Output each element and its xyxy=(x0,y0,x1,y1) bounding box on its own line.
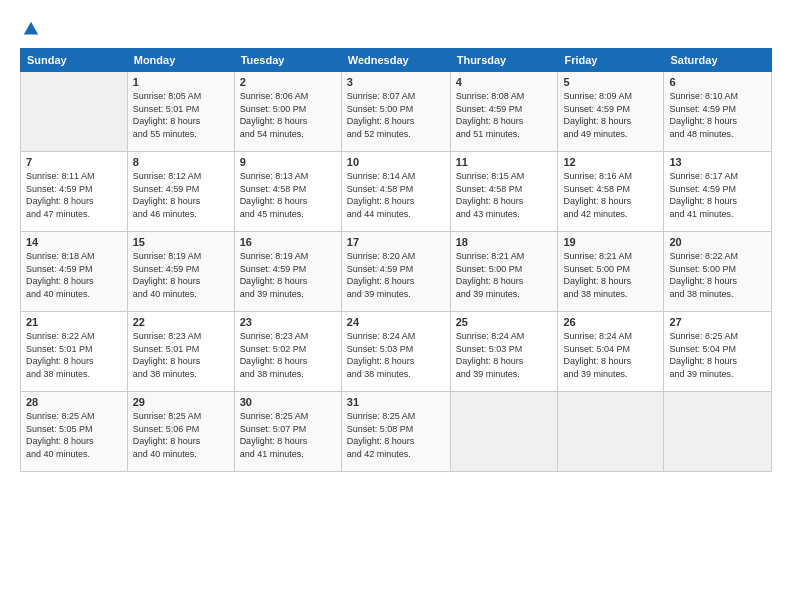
day-info: Sunrise: 8:25 AM Sunset: 5:08 PM Dayligh… xyxy=(347,410,445,460)
day-of-week-header: Monday xyxy=(127,49,234,72)
page: SundayMondayTuesdayWednesdayThursdayFrid… xyxy=(0,0,792,612)
day-info: Sunrise: 8:25 AM Sunset: 5:04 PM Dayligh… xyxy=(669,330,766,380)
day-info: Sunrise: 8:24 AM Sunset: 5:04 PM Dayligh… xyxy=(563,330,658,380)
header xyxy=(20,18,772,38)
calendar-cell xyxy=(21,72,128,152)
day-number: 30 xyxy=(240,396,336,408)
calendar-cell: 22Sunrise: 8:23 AM Sunset: 5:01 PM Dayli… xyxy=(127,312,234,392)
day-number: 23 xyxy=(240,316,336,328)
day-number: 20 xyxy=(669,236,766,248)
calendar-cell: 13Sunrise: 8:17 AM Sunset: 4:59 PM Dayli… xyxy=(664,152,772,232)
calendar-cell xyxy=(558,392,664,472)
day-number: 1 xyxy=(133,76,229,88)
logo xyxy=(20,18,40,38)
day-info: Sunrise: 8:23 AM Sunset: 5:01 PM Dayligh… xyxy=(133,330,229,380)
day-info: Sunrise: 8:21 AM Sunset: 5:00 PM Dayligh… xyxy=(563,250,658,300)
day-number: 14 xyxy=(26,236,122,248)
calendar-cell: 21Sunrise: 8:22 AM Sunset: 5:01 PM Dayli… xyxy=(21,312,128,392)
day-number: 3 xyxy=(347,76,445,88)
day-number: 25 xyxy=(456,316,553,328)
calendar-cell: 11Sunrise: 8:15 AM Sunset: 4:58 PM Dayli… xyxy=(450,152,558,232)
day-of-week-header: Friday xyxy=(558,49,664,72)
day-info: Sunrise: 8:23 AM Sunset: 5:02 PM Dayligh… xyxy=(240,330,336,380)
day-number: 19 xyxy=(563,236,658,248)
day-info: Sunrise: 8:22 AM Sunset: 5:01 PM Dayligh… xyxy=(26,330,122,380)
day-of-week-header: Tuesday xyxy=(234,49,341,72)
day-info: Sunrise: 8:10 AM Sunset: 4:59 PM Dayligh… xyxy=(669,90,766,140)
calendar-cell: 25Sunrise: 8:24 AM Sunset: 5:03 PM Dayli… xyxy=(450,312,558,392)
calendar-cell: 18Sunrise: 8:21 AM Sunset: 5:00 PM Dayli… xyxy=(450,232,558,312)
calendar-header-row: SundayMondayTuesdayWednesdayThursdayFrid… xyxy=(21,49,772,72)
day-number: 24 xyxy=(347,316,445,328)
calendar-cell: 12Sunrise: 8:16 AM Sunset: 4:58 PM Dayli… xyxy=(558,152,664,232)
calendar-cell: 28Sunrise: 8:25 AM Sunset: 5:05 PM Dayli… xyxy=(21,392,128,472)
calendar-cell: 5Sunrise: 8:09 AM Sunset: 4:59 PM Daylig… xyxy=(558,72,664,152)
day-number: 4 xyxy=(456,76,553,88)
calendar-cell: 15Sunrise: 8:19 AM Sunset: 4:59 PM Dayli… xyxy=(127,232,234,312)
day-number: 21 xyxy=(26,316,122,328)
day-number: 7 xyxy=(26,156,122,168)
calendar-cell: 17Sunrise: 8:20 AM Sunset: 4:59 PM Dayli… xyxy=(341,232,450,312)
calendar-cell: 9Sunrise: 8:13 AM Sunset: 4:58 PM Daylig… xyxy=(234,152,341,232)
calendar-cell xyxy=(664,392,772,472)
calendar-cell: 8Sunrise: 8:12 AM Sunset: 4:59 PM Daylig… xyxy=(127,152,234,232)
calendar-cell: 4Sunrise: 8:08 AM Sunset: 4:59 PM Daylig… xyxy=(450,72,558,152)
calendar-cell: 16Sunrise: 8:19 AM Sunset: 4:59 PM Dayli… xyxy=(234,232,341,312)
day-of-week-header: Sunday xyxy=(21,49,128,72)
day-info: Sunrise: 8:15 AM Sunset: 4:58 PM Dayligh… xyxy=(456,170,553,220)
day-number: 8 xyxy=(133,156,229,168)
calendar-cell: 2Sunrise: 8:06 AM Sunset: 5:00 PM Daylig… xyxy=(234,72,341,152)
day-of-week-header: Thursday xyxy=(450,49,558,72)
day-info: Sunrise: 8:11 AM Sunset: 4:59 PM Dayligh… xyxy=(26,170,122,220)
day-of-week-header: Wednesday xyxy=(341,49,450,72)
day-info: Sunrise: 8:25 AM Sunset: 5:05 PM Dayligh… xyxy=(26,410,122,460)
day-number: 22 xyxy=(133,316,229,328)
day-number: 5 xyxy=(563,76,658,88)
logo-icon xyxy=(22,20,40,38)
day-info: Sunrise: 8:19 AM Sunset: 4:59 PM Dayligh… xyxy=(133,250,229,300)
calendar-cell xyxy=(450,392,558,472)
day-number: 12 xyxy=(563,156,658,168)
day-info: Sunrise: 8:09 AM Sunset: 4:59 PM Dayligh… xyxy=(563,90,658,140)
day-info: Sunrise: 8:06 AM Sunset: 5:00 PM Dayligh… xyxy=(240,90,336,140)
calendar-week-row: 21Sunrise: 8:22 AM Sunset: 5:01 PM Dayli… xyxy=(21,312,772,392)
day-info: Sunrise: 8:16 AM Sunset: 4:58 PM Dayligh… xyxy=(563,170,658,220)
day-number: 16 xyxy=(240,236,336,248)
calendar-week-row: 14Sunrise: 8:18 AM Sunset: 4:59 PM Dayli… xyxy=(21,232,772,312)
day-number: 6 xyxy=(669,76,766,88)
day-info: Sunrise: 8:05 AM Sunset: 5:01 PM Dayligh… xyxy=(133,90,229,140)
day-number: 10 xyxy=(347,156,445,168)
calendar-cell: 30Sunrise: 8:25 AM Sunset: 5:07 PM Dayli… xyxy=(234,392,341,472)
day-info: Sunrise: 8:13 AM Sunset: 4:58 PM Dayligh… xyxy=(240,170,336,220)
day-number: 2 xyxy=(240,76,336,88)
calendar-cell: 23Sunrise: 8:23 AM Sunset: 5:02 PM Dayli… xyxy=(234,312,341,392)
day-number: 15 xyxy=(133,236,229,248)
calendar-week-row: 1Sunrise: 8:05 AM Sunset: 5:01 PM Daylig… xyxy=(21,72,772,152)
calendar-cell: 10Sunrise: 8:14 AM Sunset: 4:58 PM Dayli… xyxy=(341,152,450,232)
calendar-cell: 20Sunrise: 8:22 AM Sunset: 5:00 PM Dayli… xyxy=(664,232,772,312)
day-number: 18 xyxy=(456,236,553,248)
day-number: 13 xyxy=(669,156,766,168)
day-number: 29 xyxy=(133,396,229,408)
day-number: 28 xyxy=(26,396,122,408)
day-info: Sunrise: 8:14 AM Sunset: 4:58 PM Dayligh… xyxy=(347,170,445,220)
day-info: Sunrise: 8:12 AM Sunset: 4:59 PM Dayligh… xyxy=(133,170,229,220)
day-info: Sunrise: 8:21 AM Sunset: 5:00 PM Dayligh… xyxy=(456,250,553,300)
calendar-week-row: 28Sunrise: 8:25 AM Sunset: 5:05 PM Dayli… xyxy=(21,392,772,472)
calendar-table: SundayMondayTuesdayWednesdayThursdayFrid… xyxy=(20,48,772,472)
day-info: Sunrise: 8:25 AM Sunset: 5:06 PM Dayligh… xyxy=(133,410,229,460)
day-info: Sunrise: 8:08 AM Sunset: 4:59 PM Dayligh… xyxy=(456,90,553,140)
calendar-cell: 29Sunrise: 8:25 AM Sunset: 5:06 PM Dayli… xyxy=(127,392,234,472)
day-number: 26 xyxy=(563,316,658,328)
day-number: 9 xyxy=(240,156,336,168)
day-info: Sunrise: 8:22 AM Sunset: 5:00 PM Dayligh… xyxy=(669,250,766,300)
day-number: 11 xyxy=(456,156,553,168)
day-number: 27 xyxy=(669,316,766,328)
day-info: Sunrise: 8:18 AM Sunset: 4:59 PM Dayligh… xyxy=(26,250,122,300)
svg-marker-0 xyxy=(24,22,38,35)
day-info: Sunrise: 8:24 AM Sunset: 5:03 PM Dayligh… xyxy=(347,330,445,380)
calendar-cell: 3Sunrise: 8:07 AM Sunset: 5:00 PM Daylig… xyxy=(341,72,450,152)
day-info: Sunrise: 8:20 AM Sunset: 4:59 PM Dayligh… xyxy=(347,250,445,300)
calendar-cell: 26Sunrise: 8:24 AM Sunset: 5:04 PM Dayli… xyxy=(558,312,664,392)
day-info: Sunrise: 8:24 AM Sunset: 5:03 PM Dayligh… xyxy=(456,330,553,380)
